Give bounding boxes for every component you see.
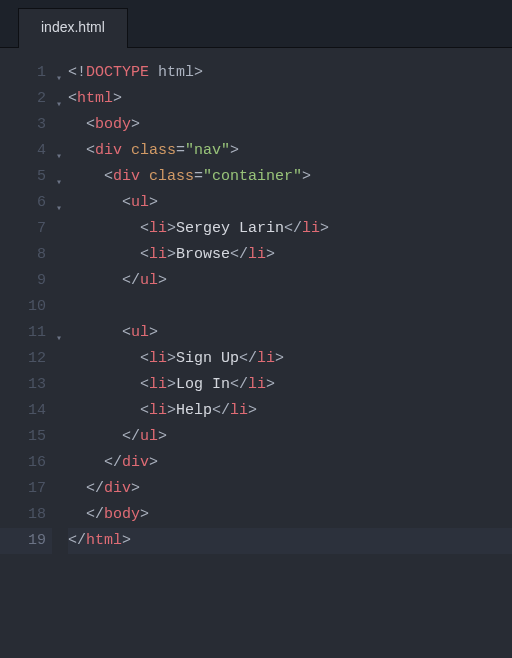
code-line[interactable]: <li>Browse</li> [68,242,512,268]
token-bracket: > [158,272,167,289]
token-string: "container" [203,168,302,185]
code-line[interactable]: <li>Sign Up</li> [68,346,512,372]
token-tagname: li [149,350,167,367]
code-line[interactable]: </ul> [68,424,512,450]
token-doctype: html [149,64,194,81]
token-tagname: li [248,246,266,263]
line-number[interactable]: 8 [0,242,52,268]
line-number[interactable]: 2▾ [0,86,52,112]
token-bracket: </ [284,220,302,237]
token-tagname: li [248,376,266,393]
line-number[interactable]: 3 [0,112,52,138]
token-tagname: li [257,350,275,367]
token-text: Browse [176,246,230,263]
tab-index-html[interactable]: index.html [18,8,128,48]
line-number[interactable]: 19 [0,528,52,554]
token-bracket: > [122,532,131,549]
token-text: Help [176,402,212,419]
line-number[interactable]: 1▾ [0,60,52,86]
token-bracket: < [122,194,131,211]
code-area[interactable]: <!DOCTYPE html><html><body><div class="n… [52,60,512,658]
token-bracket: </ [212,402,230,419]
fold-icon[interactable]: ▾ [56,144,62,170]
code-line[interactable]: <ul> [68,320,512,346]
code-line[interactable]: <body> [68,112,512,138]
fold-icon[interactable]: ▾ [56,170,62,196]
token-tagname: body [95,116,131,133]
token-attr: class [149,168,194,185]
token-tagname: ul [140,272,158,289]
token-bracket: > [167,402,176,419]
token-bracket: > [140,506,149,523]
line-number[interactable]: 15 [0,424,52,450]
token-bracket: </ [122,272,140,289]
token-bracket: > [149,194,158,211]
code-line[interactable]: <li>Log In</li> [68,372,512,398]
token-bracket: > [266,376,275,393]
token-string: "nav" [185,142,230,159]
token-bracket: </ [122,428,140,445]
code-line[interactable]: </body> [68,502,512,528]
line-number[interactable]: 13 [0,372,52,398]
token-tagname: li [149,376,167,393]
token-bracket: > [131,116,140,133]
fold-icon[interactable]: ▾ [56,92,62,118]
token-bracket: < [104,168,113,185]
token-eq: = [176,142,185,159]
token-bracket: < [68,90,77,107]
line-gutter[interactable]: 1▾2▾34▾5▾6▾7891011▾1213141516171819 [0,60,52,658]
code-line[interactable]: </div> [68,450,512,476]
token-bracket: < [140,350,149,367]
line-number[interactable]: 14 [0,398,52,424]
fold-icon[interactable]: ▾ [56,196,62,222]
token-bracket: > [275,350,284,367]
tab-bar: index.html [0,0,512,48]
token-tagname: body [104,506,140,523]
line-number[interactable]: 7 [0,216,52,242]
token-text: Log In [176,376,230,393]
token-bracket: < [140,402,149,419]
code-line[interactable]: <li>Help</li> [68,398,512,424]
token-bracket: > [131,480,140,497]
line-number[interactable]: 10 [0,294,52,320]
token-bracket: > [149,454,158,471]
token-bracket: < [140,220,149,237]
token-tagname: div [95,142,122,159]
line-number[interactable]: 18 [0,502,52,528]
line-number[interactable]: 12 [0,346,52,372]
fold-icon[interactable]: ▾ [56,66,62,92]
code-line[interactable]: <li>Sergey Larin</li> [68,216,512,242]
token-punct [122,142,131,159]
code-line[interactable]: </ul> [68,268,512,294]
line-number[interactable]: 17 [0,476,52,502]
token-tagname: div [122,454,149,471]
code-line[interactable]: <div class="container"> [68,164,512,190]
token-bracket: < [140,376,149,393]
token-tagname: html [77,90,113,107]
token-tagname: li [230,402,248,419]
token-bracket: > [149,324,158,341]
token-doctype-kw: DOCTYPE [86,64,149,81]
token-text: Sign Up [176,350,239,367]
line-number[interactable]: 4▾ [0,138,52,164]
token-bracket: </ [104,454,122,471]
code-line[interactable] [68,294,512,320]
token-tagname: li [149,246,167,263]
token-text: Sergey Larin [176,220,284,237]
fold-icon[interactable]: ▾ [56,326,62,352]
code-line[interactable]: <!DOCTYPE html> [68,60,512,86]
token-bracket: </ [230,376,248,393]
token-tagname: div [104,480,131,497]
line-number[interactable]: 11▾ [0,320,52,346]
line-number[interactable]: 5▾ [0,164,52,190]
code-line[interactable]: </html> [68,528,512,554]
line-number[interactable]: 9 [0,268,52,294]
code-line[interactable]: <ul> [68,190,512,216]
line-number[interactable]: 16 [0,450,52,476]
code-line[interactable]: </div> [68,476,512,502]
line-number[interactable]: 6▾ [0,190,52,216]
code-line[interactable]: <div class="nav"> [68,138,512,164]
token-bracket: > [320,220,329,237]
token-bracket: < [140,246,149,263]
code-line[interactable]: <html> [68,86,512,112]
